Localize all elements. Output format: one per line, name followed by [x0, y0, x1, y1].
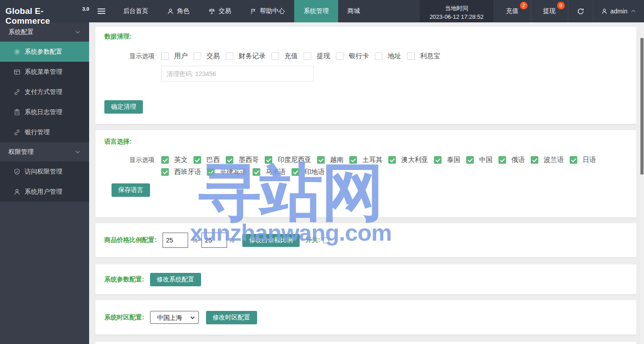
checkbox-unchecked[interactable]: [161, 52, 169, 60]
lang-option-china[interactable]: 中国: [466, 156, 493, 164]
lang-option-polish[interactable]: 波兰语: [531, 156, 564, 164]
recharge-badge: 2: [520, 2, 528, 9]
cleanup-option-users[interactable]: 用户: [161, 52, 188, 60]
lang-option-spanish[interactable]: 西班牙语: [161, 168, 201, 176]
card-data-cleanup: 数据清理: 显示选项 用户 交易 财务记录 充值 提现 银行卡 地址 利息宝 确…: [95, 27, 636, 124]
checkbox-checked[interactable]: [161, 168, 169, 176]
lang-option-brazil[interactable]: 巴西: [193, 156, 220, 164]
save-language-button[interactable]: 保存语言: [112, 183, 150, 197]
sidebar-item-system-logs[interactable]: 系统日志管理: [0, 102, 89, 122]
checkbox-unchecked[interactable]: [336, 52, 343, 60]
sidebar-item-access-permissions[interactable]: 访问权限管理: [0, 161, 89, 182]
confirm-cleanup-button[interactable]: 确定清理: [104, 100, 143, 114]
sidebar-item-system-users[interactable]: 系统用户管理: [0, 182, 89, 202]
checkbox-checked[interactable]: [207, 168, 215, 176]
checkbox-checked[interactable]: [317, 156, 325, 164]
scrollbar-thumb[interactable]: [640, 38, 644, 174]
cleanup-option-finance-records[interactable]: 财务记录: [226, 52, 266, 60]
modify-balance-ratio-button[interactable]: 修改占余额比例: [242, 234, 300, 247]
checkbox-checked[interactable]: [161, 156, 169, 164]
sidebar-section-permissions[interactable]: 权限管理: [0, 142, 89, 161]
sidebar-item-system-params[interactable]: 系统参数配置: [0, 42, 89, 62]
user-menu[interactable]: admin: [593, 0, 644, 22]
withdraw-badge: 0: [557, 2, 565, 9]
timezone-select[interactable]: 中国上海: [150, 311, 199, 324]
scrollbar-track[interactable]: [640, 22, 644, 344]
lang-option-english[interactable]: 英文: [161, 156, 188, 164]
user-icon: [167, 8, 174, 15]
checkbox-checked[interactable]: [292, 168, 299, 176]
cleanup-option-interest[interactable]: 利息宝: [407, 52, 440, 60]
checkbox-unchecked[interactable]: [226, 52, 233, 60]
lang-option-filipino[interactable]: 菲律宾语: [207, 168, 247, 176]
cleanup-password-input[interactable]: [161, 66, 313, 81]
lang-option-mexico[interactable]: 墨西哥: [226, 156, 259, 164]
hamburger-menu-icon[interactable]: [89, 0, 114, 22]
chevron-down-icon: [74, 29, 81, 35]
checkbox-unchecked[interactable]: [193, 52, 201, 60]
lang-option-vietnam[interactable]: 越南: [317, 156, 343, 164]
sidebar-item-payment-methods[interactable]: 支付方式管理: [0, 82, 89, 102]
checkbox-checked[interactable]: [388, 156, 396, 164]
sidebar-item-bank-management[interactable]: 银行管理: [0, 122, 89, 142]
cleanup-option-trades[interactable]: 交易: [193, 52, 220, 60]
recharge-button[interactable]: 充值 2: [494, 0, 531, 22]
local-time-display: 当地时间 2023-06-12 17:28:52: [419, 0, 494, 22]
checkbox-checked[interactable]: [253, 168, 260, 176]
card-timezone: 系统时区配置: 中国上海 修改时区配置: [95, 300, 636, 335]
chevron-down-icon: [74, 149, 81, 155]
modify-system-config-button[interactable]: 修改系统配置: [150, 273, 201, 286]
local-time-label: 当地时间: [429, 4, 484, 13]
checkbox-checked[interactable]: [498, 156, 506, 164]
nav-item-system-management[interactable]: 系统管理: [294, 0, 338, 22]
refresh-icon[interactable]: [568, 0, 593, 22]
checkbox-unchecked[interactable]: [304, 52, 311, 60]
checkbox-checked[interactable]: [226, 156, 233, 164]
percent-separator: %-: [192, 237, 200, 244]
main-content: 数据清理: 显示选项 用户 交易 财务记录 充值 提现 银行卡 地址 利息宝 确…: [89, 22, 644, 344]
nav-item-trade[interactable]: 交易: [199, 0, 240, 22]
price-ratio-max-input[interactable]: [202, 233, 227, 248]
lang-option-malay[interactable]: 马来语: [253, 168, 286, 176]
section-title-language: 语言选择:: [104, 138, 627, 146]
checkbox-unchecked[interactable]: [375, 52, 382, 60]
checkbox-checked[interactable]: [466, 156, 474, 164]
section-title-system-params: 系统参数配置:: [104, 276, 144, 284]
nav-item-help-center[interactable]: 帮助中心: [240, 0, 294, 22]
checkbox-checked[interactable]: [570, 156, 577, 164]
sidebar-item-system-menu[interactable]: 系统菜单管理: [0, 62, 89, 82]
checkbox-checked[interactable]: [265, 156, 272, 164]
lang-option-australia[interactable]: 澳大利亚: [388, 156, 428, 164]
top-navbar: Global E-Commerce 3.0 后台首页 角色 交易 帮助中心 系统…: [0, 0, 644, 22]
username: admin: [610, 8, 627, 15]
checkbox-unchecked[interactable]: [407, 52, 415, 60]
checkbox-checked[interactable]: [193, 156, 201, 164]
clipboard-icon: [13, 109, 21, 116]
nav-item-mall[interactable]: 商城: [338, 0, 369, 22]
shield-check-icon: [13, 168, 21, 175]
checkbox-checked[interactable]: [434, 156, 442, 164]
switch-label: 开关:: [305, 236, 320, 244]
checkbox-checked[interactable]: [531, 156, 538, 164]
nav-item-roles[interactable]: 角色: [158, 0, 199, 22]
cleanup-option-withdrawals[interactable]: 提现: [304, 52, 330, 60]
cleanup-option-bank-cards[interactable]: 银行卡: [336, 52, 369, 60]
section-title-timezone: 系统时区配置:: [104, 314, 144, 322]
modify-timezone-button[interactable]: 修改时区配置: [206, 311, 257, 324]
lang-option-thailand[interactable]: 泰国: [434, 156, 460, 164]
checkbox-checked[interactable]: [349, 156, 357, 164]
nav-item-dashboard[interactable]: 后台首页: [114, 0, 158, 22]
lang-option-hindi[interactable]: 印地语: [292, 168, 325, 176]
checkbox-unchecked[interactable]: [271, 52, 279, 60]
card-system-params: 系统参数配置: 修改系统配置: [95, 264, 636, 294]
lang-option-japanese[interactable]: 日语: [570, 156, 596, 164]
local-time-value: 2023-06-12 17:28:52: [429, 13, 484, 21]
lang-option-turkey[interactable]: 土耳其: [349, 156, 382, 164]
lang-option-russian[interactable]: 俄语: [498, 156, 525, 164]
cleanup-option-addresses[interactable]: 地址: [375, 52, 401, 60]
switch-checkbox[interactable]: [323, 238, 329, 243]
withdraw-button[interactable]: 提现 0: [531, 0, 568, 22]
price-ratio-min-input[interactable]: [163, 233, 188, 248]
cleanup-option-recharges[interactable]: 充值: [271, 52, 298, 60]
lang-option-indonesia[interactable]: 印度尼西亚: [265, 156, 311, 164]
